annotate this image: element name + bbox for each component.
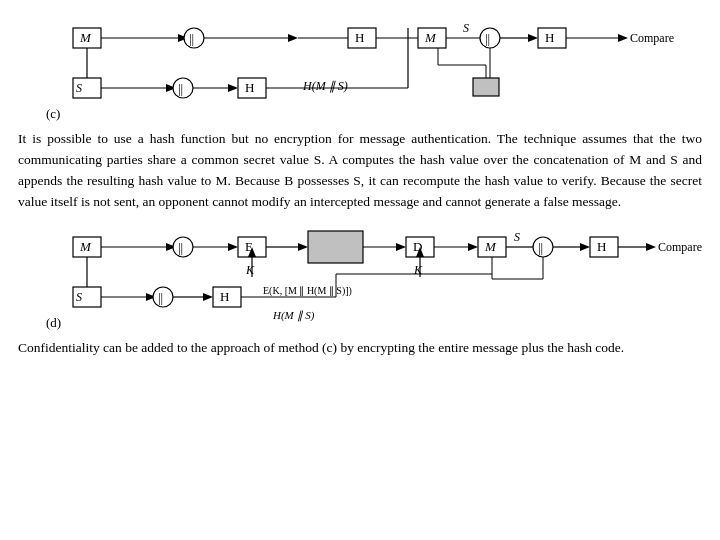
paragraph1: It is possible to use a hash function bu… xyxy=(18,129,702,213)
concat-lower-left: || xyxy=(178,81,183,96)
svg-rect-44 xyxy=(308,231,363,263)
label-c: (c) xyxy=(46,106,60,121)
svg-marker-38 xyxy=(228,243,238,251)
svg-marker-43 xyxy=(298,243,308,251)
svg-marker-23 xyxy=(228,84,238,92)
concat-right: || xyxy=(485,31,490,46)
compare-bottom: Compare xyxy=(658,240,702,254)
h-d-right: H xyxy=(597,239,606,254)
k-label-d: K xyxy=(413,263,423,277)
svg-marker-17 xyxy=(618,34,628,42)
svg-marker-46 xyxy=(396,243,406,251)
m-label-top: M xyxy=(79,30,92,45)
svg-rect-29 xyxy=(473,78,499,96)
m-d-right: M xyxy=(484,239,497,254)
svg-marker-65 xyxy=(203,293,213,301)
s-label-right: S xyxy=(463,21,469,35)
m-label-right: M xyxy=(424,30,437,45)
hms-d-label: H(M ∥ S) xyxy=(272,309,315,322)
h-label-top: H xyxy=(355,30,364,45)
e-formula: E(K, [M ∥ H(M ∥ S)]) xyxy=(263,285,352,297)
h-label-right: H xyxy=(545,30,554,45)
hms-label: H(M ∥ S) xyxy=(302,79,348,93)
concat-d-right: || xyxy=(538,240,543,255)
h-lower: H xyxy=(245,80,254,95)
s-label-left: S xyxy=(76,81,82,95)
svg-marker-56 xyxy=(580,243,590,251)
s-d-left: S xyxy=(76,290,82,304)
m-d-top: M xyxy=(79,239,92,254)
concat-top: || xyxy=(189,31,194,46)
page: (c) M || H(M ∥ S) H xyxy=(0,0,720,540)
k-label-e: K xyxy=(245,263,255,277)
concat-d-lower: || xyxy=(158,290,163,305)
diagram-top-svg: (c) M || H(M ∥ S) H xyxy=(18,10,718,125)
svg-marker-14 xyxy=(528,34,538,42)
diagram-top: (c) M || H(M ∥ S) H xyxy=(18,10,702,125)
diagram-bottom-svg: (d) M || E K E xyxy=(18,219,718,334)
h-d-lower: H xyxy=(220,289,229,304)
svg-marker-59 xyxy=(646,243,656,251)
s-d-right: S xyxy=(514,230,520,244)
paragraph2: Confidentiality can be added to the appr… xyxy=(18,338,702,359)
svg-marker-51 xyxy=(468,243,478,251)
svg-marker-5 xyxy=(288,34,298,42)
label-d: (d) xyxy=(46,315,61,330)
diagram-bottom: (d) M || E K E xyxy=(18,219,702,334)
compare-top: Compare xyxy=(630,31,674,45)
concat-d: || xyxy=(178,240,183,255)
